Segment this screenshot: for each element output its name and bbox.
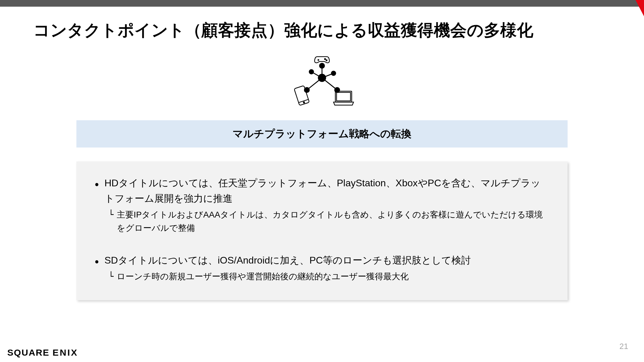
brand-logo: SQUARE ENIX: [7, 347, 78, 358]
content-box: ● HDタイトルについては、任天堂プラットフォーム、PlayStation、Xb…: [76, 161, 568, 300]
bullet-2-text: SDタイトルについては、iOS/Androidに加え、PC等のローンチも選択肢と…: [105, 253, 471, 268]
top-bar: [0, 0, 644, 7]
game-controller-icon: [315, 57, 330, 63]
strategy-banner: マルチプラットフォーム戦略への転換: [76, 120, 568, 148]
svg-point-13: [324, 58, 326, 60]
svg-point-5: [318, 74, 326, 81]
bullet-2-sub-text: ローンチ時の新規ユーザー獲得や運営開始後の継続的なユーザー獲得最大化: [117, 270, 409, 283]
svg-point-10: [331, 71, 336, 75]
page-number: 21: [619, 342, 628, 351]
platform-cluster-icon: [289, 51, 355, 111]
bullet-1-sub-text: 主要IPタイトルおよびAAAタイトルは、カタログタイトルも含め、より多くのお客様…: [117, 208, 549, 234]
bullet-1-text: HDタイトルについては、任天堂プラットフォーム、PlayStation、Xbox…: [105, 175, 550, 206]
bullet-mark-icon: ●: [95, 256, 99, 267]
svg-point-14: [326, 60, 327, 61]
bullet-1-sub: └ 主要IPタイトルおよびAAAタイトルは、カタログタイトルも含め、より多くのお…: [109, 208, 549, 234]
tree-branch-icon: └: [109, 208, 114, 221]
bullet-1: ● HDタイトルについては、任天堂プラットフォーム、PlayStation、Xb…: [95, 175, 549, 206]
bullet-2: ● SDタイトルについては、iOS/Androidに加え、PC等のローンチも選択…: [95, 253, 549, 268]
svg-rect-19: [337, 92, 351, 101]
bullet-2-sub: └ ローンチ時の新規ユーザー獲得や運営開始後の継続的なユーザー獲得最大化: [109, 270, 549, 283]
slide-title: コンタクトポイント（顧客接点）強化による収益獲得機会の多様化: [33, 19, 644, 42]
corner-accent: [636, 0, 644, 16]
svg-rect-18: [335, 91, 352, 102]
network-hub-icon: [304, 63, 340, 92]
svg-point-9: [309, 70, 314, 74]
bullet-mark-icon: ●: [95, 178, 99, 190]
tree-branch-icon: └: [109, 270, 114, 283]
svg-point-17: [303, 102, 305, 103]
svg-point-6: [320, 63, 324, 68]
laptop-icon: [334, 91, 354, 105]
